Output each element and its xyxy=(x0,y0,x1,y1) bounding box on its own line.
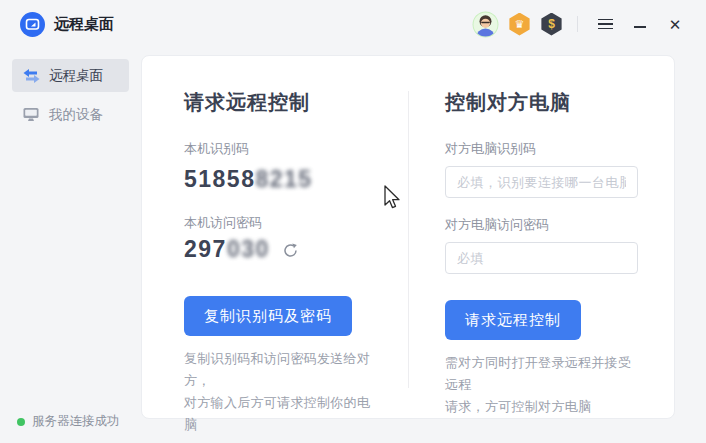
main-card: 请求远程控制 本机识别码 518588215 本机访问密码 297030 复制识… xyxy=(141,55,675,419)
sidebar-item-remote-desktop[interactable]: 远程桌面 xyxy=(12,59,129,92)
dollar-badge-icon[interactable]: $ xyxy=(540,13,563,36)
request-remote-control-button[interactable]: 请求远程控制 xyxy=(445,300,581,340)
peer-password-label: 对方电脑访问密码 xyxy=(445,216,638,234)
local-id-value: 518588215 xyxy=(184,164,379,194)
menu-button[interactable] xyxy=(592,11,618,37)
status-dot-icon xyxy=(17,418,25,426)
close-icon: ✕ xyxy=(669,17,682,32)
local-password-visible: 297 xyxy=(184,236,227,262)
window-title: 远程桌面 xyxy=(54,15,114,34)
request-hint-text: 需对方同时打开登录远程并接受远程 请求，方可控制对方电脑 xyxy=(445,352,638,418)
sidebar: 远程桌面 我的设备 服务器连接成功 xyxy=(0,48,141,443)
local-id-label: 本机识别码 xyxy=(184,140,379,158)
request-hint-line1: 需对方同时打开登录远程并接受远程 xyxy=(445,355,631,392)
local-password-masked: 030 xyxy=(227,236,270,262)
swap-arrows-icon xyxy=(23,68,40,83)
hamburger-icon xyxy=(598,19,613,30)
local-id-visible: 51858 xyxy=(184,166,255,192)
local-id-masked: 8215 xyxy=(255,166,312,192)
sidebar-item-label: 远程桌面 xyxy=(49,67,103,85)
minimize-icon xyxy=(634,26,646,28)
copy-hint-text: 复制识别码和访问密码发送给对方， 对方输入后方可请求控制你的电脑 xyxy=(184,348,379,436)
titlebar: 远程桌面 ♛ $ ✕ xyxy=(0,0,706,48)
crown-badge-icon[interactable]: ♛ xyxy=(508,13,531,36)
monitor-icon xyxy=(23,107,40,122)
panel-title: 控制对方电脑 xyxy=(445,89,638,116)
panel-title: 请求远程控制 xyxy=(184,89,379,116)
copy-id-password-button[interactable]: 复制识别码及密码 xyxy=(184,296,352,336)
peer-password-input[interactable] xyxy=(445,242,638,274)
app-logo-icon xyxy=(20,12,45,37)
peer-id-input[interactable] xyxy=(445,166,638,198)
peer-id-label: 对方电脑识别码 xyxy=(445,140,638,158)
server-status: 服务器连接成功 xyxy=(17,413,120,430)
local-password-value: 297030 xyxy=(184,234,270,264)
request-hint-line2: 请求，方可控制对方电脑 xyxy=(445,399,591,414)
refresh-password-button[interactable] xyxy=(283,243,298,258)
close-button[interactable]: ✕ xyxy=(662,11,688,37)
server-status-text: 服务器连接成功 xyxy=(32,413,120,430)
copy-hint-line1: 复制识别码和访问密码发送给对方， xyxy=(184,351,370,388)
user-avatar[interactable] xyxy=(472,11,499,38)
sidebar-item-my-devices[interactable]: 我的设备 xyxy=(12,98,129,131)
refresh-icon xyxy=(283,243,298,258)
local-password-label: 本机访问密码 xyxy=(184,214,379,232)
control-peer-panel: 控制对方电脑 对方电脑识别码 对方电脑访问密码 请求远程控制 需对方同时打开登录… xyxy=(409,56,676,418)
copy-hint-line2: 对方输入后方可请求控制你的电脑 xyxy=(184,395,370,432)
minimize-button[interactable] xyxy=(627,11,653,37)
sidebar-item-label: 我的设备 xyxy=(49,106,103,124)
titlebar-divider xyxy=(577,16,578,32)
request-control-panel: 请求远程控制 本机识别码 518588215 本机访问密码 297030 复制识… xyxy=(142,56,409,418)
